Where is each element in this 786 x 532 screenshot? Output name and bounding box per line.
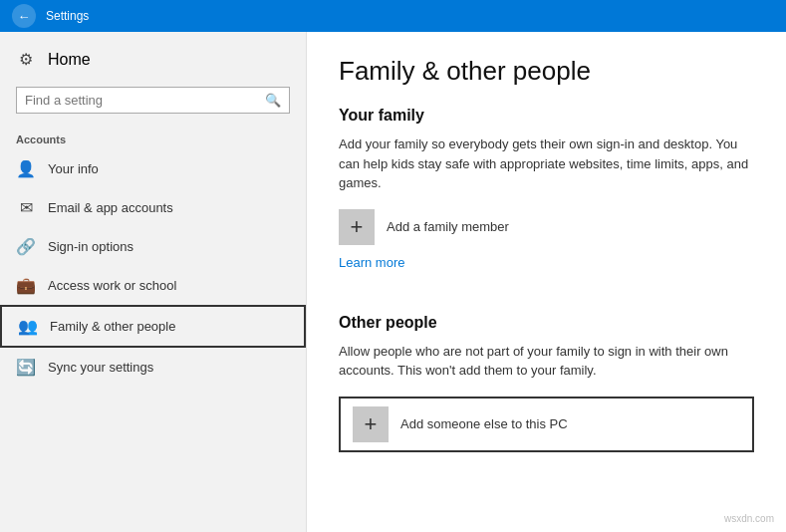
plus-icon: + bbox=[351, 214, 364, 240]
sidebar-item-sign-in-options[interactable]: 🔗 Sign-in options bbox=[0, 227, 306, 266]
sidebar-item-label: Sync your settings bbox=[48, 360, 153, 375]
other-people-title: Other people bbox=[339, 314, 754, 332]
sidebar-item-label: Sign-in options bbox=[48, 239, 133, 254]
search-icon: 🔍 bbox=[265, 93, 281, 108]
watermark: wsxdn.com bbox=[724, 513, 774, 524]
family-icon: 👥 bbox=[18, 317, 38, 336]
add-family-member-label: Add a family member bbox=[387, 219, 509, 234]
sidebar-item-label: Email & app accounts bbox=[48, 200, 173, 215]
sidebar-item-your-info[interactable]: 👤 Your info bbox=[0, 149, 306, 188]
content-area: Family & other people Your family Add yo… bbox=[307, 32, 786, 532]
title-bar-title: Settings bbox=[46, 9, 89, 23]
your-family-description: Add your family so everybody gets their … bbox=[339, 134, 754, 193]
sidebar-item-sync-settings[interactable]: 🔄 Sync your settings bbox=[0, 348, 306, 387]
sidebar-item-email-app-accounts[interactable]: ✉ Email & app accounts bbox=[0, 188, 306, 227]
person-icon: 👤 bbox=[16, 159, 36, 178]
add-family-member-row[interactable]: + Add a family member bbox=[339, 209, 754, 245]
back-button[interactable]: ← bbox=[12, 4, 36, 28]
email-icon: ✉ bbox=[16, 198, 36, 217]
sidebar-home-label: Home bbox=[48, 51, 91, 69]
sidebar-item-family-other-people[interactable]: 👥 Family & other people bbox=[0, 305, 306, 348]
briefcase-icon: 💼 bbox=[16, 276, 36, 295]
your-family-section: Your family Add your family so everybody… bbox=[339, 107, 754, 294]
link-icon: 🔗 bbox=[16, 237, 36, 256]
page-title: Family & other people bbox=[339, 56, 754, 87]
add-someone-else-button[interactable]: + Add someone else to this PC bbox=[339, 397, 754, 452]
sidebar-item-label: Family & other people bbox=[50, 319, 175, 334]
learn-more-link[interactable]: Learn more bbox=[339, 255, 404, 270]
search-input[interactable] bbox=[25, 93, 265, 108]
sidebar: ⚙ Home 🔍 Accounts 👤 Your info ✉ Email & … bbox=[0, 32, 307, 532]
sidebar-section-label: Accounts bbox=[0, 126, 306, 149]
your-family-title: Your family bbox=[339, 107, 754, 125]
sync-icon: 🔄 bbox=[16, 358, 36, 377]
other-people-section: Other people Allow people who are not pa… bbox=[339, 314, 754, 452]
add-family-member-button[interactable]: + bbox=[339, 209, 375, 245]
add-someone-else-label: Add someone else to this PC bbox=[400, 416, 568, 431]
add-someone-plus-button[interactable]: + bbox=[353, 406, 389, 442]
home-gear-icon: ⚙ bbox=[16, 50, 36, 69]
title-bar: ← Settings bbox=[0, 0, 786, 32]
other-people-description: Allow people who are not part of your fa… bbox=[339, 342, 754, 381]
search-box[interactable]: 🔍 bbox=[16, 87, 290, 114]
back-icon: ← bbox=[18, 9, 31, 24]
sidebar-item-access-work[interactable]: 💼 Access work or school bbox=[0, 266, 306, 305]
sidebar-home-button[interactable]: ⚙ Home bbox=[0, 40, 306, 79]
sidebar-item-label: Access work or school bbox=[48, 278, 176, 293]
plus-icon-other: + bbox=[365, 411, 378, 437]
sidebar-item-label: Your info bbox=[48, 161, 99, 176]
main-layout: ⚙ Home 🔍 Accounts 👤 Your info ✉ Email & … bbox=[0, 32, 786, 532]
